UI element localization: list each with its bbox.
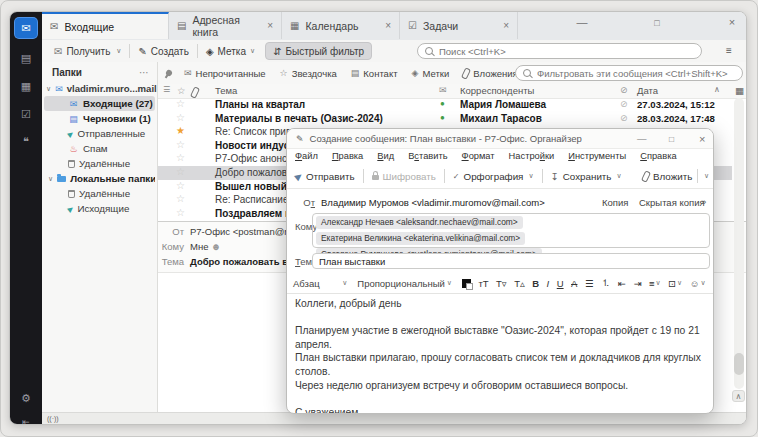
- quick-filter-Метки[interactable]: ◈Метки: [412, 68, 450, 79]
- compose-close-button[interactable]: ×: [699, 133, 705, 145]
- message-row[interactable]: ☆Планы на квартал●Мария Ломашева⊘27.03.2…: [158, 98, 732, 112]
- indent-icon[interactable]: ⇥: [633, 278, 641, 289]
- app-menu-button[interactable]: ≡: [726, 45, 732, 56]
- remove-formatting-icon[interactable]: A: [571, 278, 577, 289]
- star-icon[interactable]: ☆: [176, 98, 185, 109]
- tab-close-icon[interactable]: ×: [259, 20, 273, 31]
- subject-input[interactable]: [312, 253, 710, 269]
- underline-icon[interactable]: U: [557, 278, 564, 289]
- italic-icon[interactable]: I: [547, 278, 550, 289]
- folder-item-Спам[interactable]: ♨Спам: [44, 141, 155, 156]
- junk-icon[interactable]: ⊘: [620, 99, 628, 109]
- recipient-pill[interactable]: Александр Нечаев <aleksandr.nechaev@mail…: [316, 216, 523, 229]
- insert-image-icon[interactable]: ⊡∨: [668, 278, 682, 289]
- twisty-icon[interactable]: ∨: [46, 85, 51, 93]
- folder-item-Локальные папки[interactable]: ∨Локальные папки: [44, 171, 155, 186]
- recipient-pill[interactable]: Екатерина Великина <ekaterina.velikina@m…: [316, 232, 525, 245]
- account-row[interactable]: ∨ ✉ vladimir.muro...mail.com: [42, 81, 157, 96]
- tab-Адресная книга[interactable]: ▤Адресная книга×: [169, 12, 282, 39]
- get-messages-button[interactable]: ✉ Получить: [54, 46, 110, 57]
- bold-icon[interactable]: B: [532, 278, 539, 289]
- tasks-space-icon[interactable]: ☑: [15, 104, 37, 124]
- paragraph-style-select[interactable]: Абзац ∨: [293, 278, 347, 289]
- spelling-dropdown[interactable]: ∨: [528, 172, 533, 180]
- save-button[interactable]: ↧ Сохранить: [551, 171, 612, 182]
- compose-minimize-button[interactable]: —: [637, 133, 647, 144]
- scrollbar-thumb[interactable]: [734, 353, 744, 375]
- mail-space-icon[interactable]: ✉: [15, 18, 37, 38]
- window-maximize-button[interactable]: □: [647, 18, 667, 28]
- from-value[interactable]: Владимир Муромов <vladimir.muromov@mail.…: [321, 197, 545, 208]
- tab-close-icon[interactable]: ×: [495, 20, 509, 31]
- attach-dropdown[interactable]: ∨: [704, 172, 709, 180]
- menu-Инструменты[interactable]: Инструменты: [568, 151, 626, 161]
- twisty-icon[interactable]: ∨: [48, 175, 53, 183]
- bcc-button[interactable]: Скрытая копия: [639, 197, 705, 208]
- junk-icon[interactable]: ⊘: [620, 113, 628, 123]
- send-button[interactable]: ▶ Отправить: [295, 171, 355, 182]
- unread-dot-icon[interactable]: ●: [440, 99, 445, 108]
- menu-Настройки[interactable]: Настройки: [509, 151, 555, 161]
- menu-Вид[interactable]: Вид: [377, 151, 394, 161]
- tab-Входящие[interactable]: ✉Входящие: [42, 12, 169, 39]
- star-icon[interactable]: ☆: [176, 193, 185, 204]
- spelling-button[interactable]: ✓ Орфография: [453, 171, 524, 182]
- folder-item-Входящие (27)[interactable]: ✉Входящие (27): [44, 96, 155, 111]
- alignment-icon[interactable]: ≡∨: [649, 278, 661, 289]
- compose-body[interactable]: Коллеги, добрый день Планируем участие в…: [295, 297, 705, 409]
- tab-close-icon[interactable]: ×: [377, 20, 391, 31]
- unread-dot-icon[interactable]: ●: [440, 113, 445, 122]
- window-minimize-button[interactable]: —: [572, 16, 592, 28]
- calendar-space-icon[interactable]: ▦: [15, 76, 37, 96]
- attach-button[interactable]: Вложить: [643, 171, 692, 182]
- font-select[interactable]: Пропорциональный ∨: [357, 278, 452, 289]
- tab-Календарь[interactable]: ▦Календарь×: [282, 12, 400, 39]
- font-size-decrease-icon[interactable]: T▿: [496, 278, 507, 289]
- numbered-list-icon[interactable]: ⒈: [601, 277, 611, 290]
- tag-button[interactable]: ◈ Метка ∨: [206, 46, 255, 57]
- filter-messages-input[interactable]: [535, 67, 735, 80]
- quick-filter-Вложения[interactable]: Вложения: [463, 68, 518, 79]
- folder-item-Исходящие[interactable]: ▶Исходящие: [44, 201, 155, 216]
- filter-messages-search[interactable]: [515, 65, 743, 81]
- quick-filter-Звездочка[interactable]: ☆Звездочка: [280, 68, 337, 79]
- star-icon[interactable]: ☆: [176, 139, 185, 150]
- outdent-icon[interactable]: ⇤: [618, 278, 626, 289]
- message-row[interactable]: ☆Материалы в печать (Оазис-2024)●Михаил …: [158, 112, 732, 126]
- sort-ascending-icon[interactable]: ∧: [714, 85, 720, 94]
- scrollbar-track[interactable]: [734, 98, 744, 389]
- text-color-icon[interactable]: [462, 279, 471, 288]
- tab-Задачи[interactable]: ☑Задачи×: [400, 12, 518, 39]
- address-book-space-icon[interactable]: ▤: [15, 48, 37, 68]
- star-icon[interactable]: ☆: [176, 207, 185, 218]
- bullet-list-icon[interactable]: ☰: [585, 278, 594, 289]
- column-picker-icon[interactable]: ▦: [735, 85, 744, 96]
- menu-Вставить[interactable]: Вставить: [408, 151, 447, 161]
- date-column-header[interactable]: Дата: [637, 85, 658, 96]
- star-icon[interactable]: ☆: [176, 112, 185, 123]
- get-messages-dropdown[interactable]: ∨: [116, 47, 121, 55]
- menu-Файл[interactable]: Файл: [295, 151, 318, 161]
- collapse-spaces-icon[interactable]: ⇤: [15, 412, 37, 425]
- quick-filter-Контакт[interactable]: ▤Контакт: [351, 68, 398, 79]
- scroll-up-button[interactable]: ∧: [732, 390, 745, 402]
- thread-column-icon[interactable]: ☰: [163, 85, 170, 94]
- cc-button[interactable]: Копия: [602, 197, 628, 208]
- unread-column-icon[interactable]: ✉: [439, 85, 447, 95]
- menu-Справка[interactable]: Справка: [640, 151, 676, 161]
- quick-filter-Непрочитанные[interactable]: ✉Непрочитанные: [184, 68, 266, 79]
- compose-button[interactable]: ✎ Создать: [138, 46, 188, 57]
- folder-item-Черновики (1)[interactable]: ▤Черновики (1): [44, 111, 155, 126]
- quick-filter-toggle-button[interactable]: ⇵ Быстрый фильтр: [265, 42, 372, 60]
- folder-item-Удалённые[interactable]: Удалённые: [44, 156, 155, 171]
- recipients-field[interactable]: Александр Нечаев <aleksandr.nechaev@mail…: [312, 213, 710, 248]
- encrypt-button[interactable]: Шифровать: [372, 171, 436, 182]
- attachment-column-icon[interactable]: [190, 86, 200, 99]
- save-dropdown[interactable]: ∨: [616, 172, 621, 180]
- folder-item-Отправленные[interactable]: ▶Отправленные: [44, 126, 155, 141]
- star-column-icon[interactable]: ☆: [177, 85, 186, 96]
- chat-space-icon[interactable]: ❝: [15, 131, 37, 151]
- more-recipients-button[interactable]: »: [701, 196, 706, 207]
- star-icon[interactable]: ☆: [176, 152, 185, 163]
- menu-Формат[interactable]: Формат: [462, 151, 495, 161]
